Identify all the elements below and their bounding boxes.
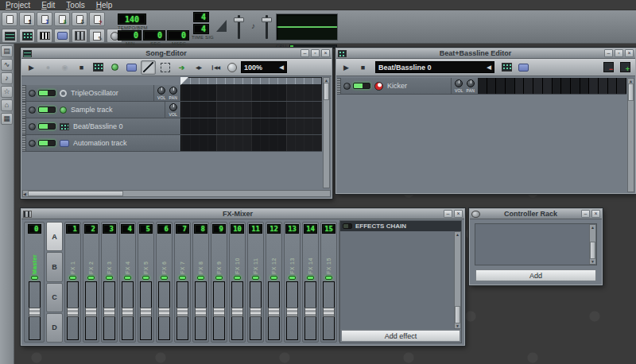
scroll-thumb[interactable] <box>590 242 595 259</box>
fx-channel-fx-2[interactable]: 2FX 2 <box>83 222 99 343</box>
stop-button[interactable]: ■ <box>74 60 89 75</box>
output-visualizer[interactable] <box>276 14 338 41</box>
fx-channel-led[interactable] <box>124 276 131 280</box>
master-volume-handle[interactable] <box>234 17 244 22</box>
minimize-button[interactable]: – <box>604 49 613 57</box>
add-automation-track-button[interactable] <box>124 60 139 75</box>
draw-mode-button[interactable] <box>141 60 156 75</box>
close-button[interactable]: × <box>625 49 634 57</box>
fx-channel-fx-7[interactable]: 7FX 7 <box>174 222 191 343</box>
fader-handle[interactable] <box>140 308 152 317</box>
master-pitch-slider[interactable] <box>266 15 268 39</box>
fader-handle[interactable] <box>213 308 225 317</box>
maximize-button[interactable]: ▫ <box>311 49 320 57</box>
import-project-button[interactable] <box>72 12 87 26</box>
fx-channel-master[interactable]: 0Master <box>24 222 45 343</box>
fx-channel-fx-14[interactable]: 14FX 14 <box>302 222 319 343</box>
sidebar-samples-button[interactable]: ∿ <box>1 59 13 71</box>
scroll-thumb[interactable] <box>455 306 460 323</box>
fx-channel-fader[interactable] <box>195 281 207 340</box>
bank-c-button[interactable]: C <box>46 283 63 312</box>
edit-mode-button[interactable] <box>157 60 173 75</box>
save-project-button[interactable] <box>37 12 52 26</box>
fx-channel-fx-1[interactable]: 1FX 1 <box>64 222 81 343</box>
song-vertical-scrollbar[interactable]: ▲ <box>323 77 330 188</box>
fx-channel-fader[interactable] <box>67 281 79 340</box>
fx-channel-led[interactable] <box>31 276 38 280</box>
bank-d-button[interactable]: D <box>46 313 63 343</box>
scroll-down-icon[interactable]: ▼ <box>591 259 595 264</box>
add-automation-track-button[interactable] <box>516 60 531 75</box>
remove-steps-button[interactable] <box>601 60 616 75</box>
track-enabled-led[interactable] <box>38 140 56 146</box>
fader-handle[interactable] <box>158 308 170 317</box>
add-controller-button[interactable]: Add <box>475 269 596 281</box>
fx-channel-fader[interactable] <box>85 281 97 340</box>
controller-list-scrollbar[interactable]: ▲▼ <box>589 224 596 265</box>
fx-channel-led[interactable] <box>307 276 314 280</box>
scroll-up-icon[interactable]: ▲ <box>591 225 595 230</box>
fader-handle[interactable] <box>268 308 280 317</box>
song-horizontal-scrollbar[interactable]: ◀ <box>22 190 331 197</box>
fx-channel-fx-3[interactable]: 3FX 3 <box>101 222 118 343</box>
fx-channel-fader[interactable] <box>213 281 225 340</box>
fx-channel-fader[interactable] <box>286 281 298 340</box>
rewind-button[interactable]: ❙◀◀ <box>207 60 223 75</box>
fx-channel-fx-13[interactable]: 13FX 13 <box>284 222 301 343</box>
play-button[interactable]: ▶ <box>24 60 39 75</box>
vol-knob[interactable] <box>157 87 165 95</box>
bank-a-button[interactable]: A <box>46 222 63 251</box>
fader-handle[interactable] <box>250 308 262 317</box>
beat-step-14[interactable] <box>599 78 608 94</box>
sidebar-instruments-button[interactable]: ▤ <box>1 45 13 57</box>
add-sample-track-button[interactable] <box>107 60 122 75</box>
fx-channel-led[interactable] <box>215 276 223 280</box>
fader-handle[interactable] <box>103 308 115 317</box>
beat-step-10[interactable] <box>561 78 571 94</box>
fx-channel-led[interactable] <box>106 276 113 280</box>
sidebar-presets-button[interactable]: ♪ <box>1 72 13 84</box>
bb-pattern-selector[interactable]: Beat/Bassline 0 ◀ <box>375 61 494 73</box>
stop-button[interactable]: ■ <box>355 60 370 75</box>
tempo-display[interactable]: 140 <box>118 14 146 25</box>
song-editor-titlebar[interactable]: Song-Editor –▫× <box>21 48 332 59</box>
fx-channel-fx-5[interactable]: 5FX 5 <box>138 222 154 343</box>
mute-knob[interactable] <box>29 123 36 130</box>
zoom-selector[interactable]: 100%◀ <box>241 61 287 73</box>
master-volume-slider[interactable] <box>238 15 240 39</box>
vol-knob[interactable] <box>169 103 177 111</box>
beat-step-4[interactable] <box>506 78 515 94</box>
menu-item-tools[interactable]: Tools <box>66 1 84 10</box>
bb-editor-titlebar[interactable]: Beat+Bassline Editor –▫× <box>336 48 635 59</box>
fader-handle[interactable] <box>176 308 188 317</box>
fx-channel-fx-15[interactable]: 15FX 15 <box>320 222 337 343</box>
beat-step-3[interactable] <box>496 78 506 94</box>
fx-channel-led[interactable] <box>289 276 296 280</box>
mute-knob[interactable] <box>29 90 36 97</box>
scroll-up-icon[interactable]: ▲ <box>456 232 460 237</box>
toggle-song-editor-button[interactable] <box>2 29 17 43</box>
beat-step-16[interactable] <box>617 78 626 94</box>
effects-chain-header[interactable]: EFFECTS CHAIN <box>340 221 461 231</box>
fx-channel-led[interactable] <box>142 276 149 280</box>
fx-channel-led[interactable] <box>69 276 76 280</box>
loop-points-button[interactable]: ◀▶ <box>191 60 206 75</box>
fader-handle[interactable] <box>85 308 97 317</box>
effects-chain-list[interactable]: ▲▼ <box>340 231 461 329</box>
fx-channel-fader[interactable] <box>323 281 335 340</box>
beat-step-2[interactable] <box>487 78 497 94</box>
song-segment-area[interactable] <box>180 135 322 151</box>
bb-vertical-scrollbar[interactable]: ▲ <box>627 78 634 192</box>
fx-channel-led[interactable] <box>87 276 95 280</box>
toggle-piano-roll-button[interactable] <box>37 29 52 43</box>
beat-step-1[interactable] <box>478 78 487 94</box>
fader-handle[interactable] <box>286 308 298 317</box>
fx-channel-fx-4[interactable]: 4FX 4 <box>119 222 136 343</box>
open-project-button[interactable] <box>19 12 35 26</box>
scroll-down-icon[interactable]: ▼ <box>456 323 460 328</box>
beat-step-11[interactable] <box>571 78 580 94</box>
track-grip[interactable] <box>22 85 26 101</box>
master-pitch-handle[interactable] <box>262 17 272 22</box>
fx-channel-led[interactable] <box>252 276 259 280</box>
toggle-fx-mixer-button[interactable] <box>72 29 87 43</box>
